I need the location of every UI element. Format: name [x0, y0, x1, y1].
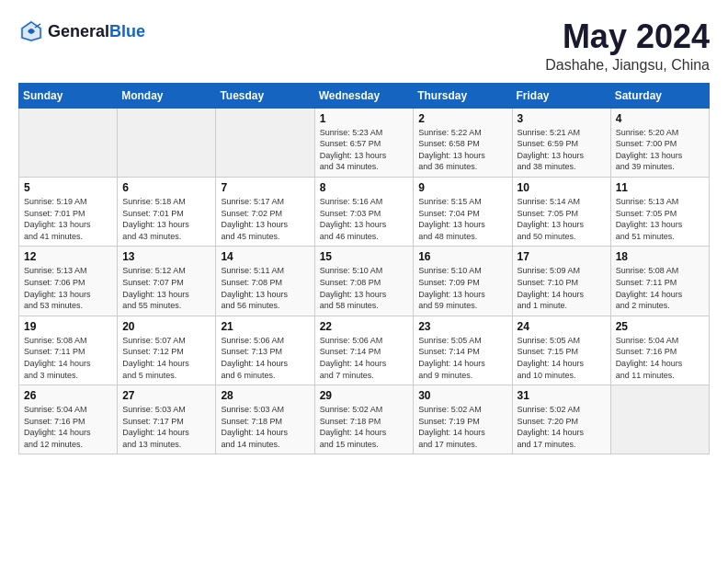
weekday-header-friday: Friday — [512, 83, 610, 108]
day-number: 25 — [616, 320, 704, 333]
calendar-cell: 25Sunrise: 5:04 AM Sunset: 7:16 PM Dayli… — [610, 316, 709, 385]
day-number: 28 — [221, 389, 309, 402]
logo: GeneralBlue — [18, 18, 145, 44]
weekday-header-wednesday: Wednesday — [314, 83, 414, 108]
calendar-week-2: 5Sunrise: 5:19 AM Sunset: 7:01 PM Daylig… — [19, 177, 710, 246]
calendar-cell: 1Sunrise: 5:23 AM Sunset: 6:57 PM Daylig… — [314, 108, 414, 177]
calendar-cell: 30Sunrise: 5:02 AM Sunset: 7:19 PM Dayli… — [414, 385, 512, 454]
calendar-cell: 10Sunrise: 5:14 AM Sunset: 7:05 PM Dayli… — [512, 177, 610, 246]
day-number: 10 — [518, 181, 606, 194]
day-info: Sunrise: 5:18 AM Sunset: 7:01 PM Dayligh… — [122, 196, 210, 242]
day-info: Sunrise: 5:05 AM Sunset: 7:14 PM Dayligh… — [418, 335, 506, 381]
weekday-header-saturday: Saturday — [610, 83, 709, 108]
weekday-header-sunday: Sunday — [19, 83, 118, 108]
calendar-cell: 17Sunrise: 5:09 AM Sunset: 7:10 PM Dayli… — [512, 247, 610, 316]
calendar-cell: 20Sunrise: 5:07 AM Sunset: 7:12 PM Dayli… — [118, 316, 216, 385]
day-info: Sunrise: 5:19 AM Sunset: 7:01 PM Dayligh… — [24, 196, 112, 242]
day-number: 4 — [616, 112, 704, 125]
calendar-cell: 2Sunrise: 5:22 AM Sunset: 6:58 PM Daylig… — [414, 108, 512, 177]
day-number: 12 — [24, 250, 112, 263]
day-info: Sunrise: 5:05 AM Sunset: 7:15 PM Dayligh… — [518, 335, 606, 381]
calendar-week-4: 19Sunrise: 5:08 AM Sunset: 7:11 PM Dayli… — [19, 316, 710, 385]
day-info: Sunrise: 5:21 AM Sunset: 6:59 PM Dayligh… — [518, 127, 606, 173]
day-number: 8 — [320, 181, 409, 194]
weekday-header-monday: Monday — [118, 83, 216, 108]
calendar-cell: 19Sunrise: 5:08 AM Sunset: 7:11 PM Dayli… — [19, 316, 118, 385]
calendar-cell: 15Sunrise: 5:10 AM Sunset: 7:08 PM Dayli… — [314, 247, 414, 316]
calendar-body: 1Sunrise: 5:23 AM Sunset: 6:57 PM Daylig… — [19, 108, 710, 454]
weekday-row: SundayMondayTuesdayWednesdayThursdayFrid… — [19, 83, 710, 108]
day-number: 24 — [518, 320, 606, 333]
calendar-table: SundayMondayTuesdayWednesdayThursdayFrid… — [18, 83, 710, 455]
day-info: Sunrise: 5:10 AM Sunset: 7:08 PM Dayligh… — [320, 265, 409, 311]
calendar-header: SundayMondayTuesdayWednesdayThursdayFrid… — [19, 83, 710, 108]
calendar-cell — [19, 108, 118, 177]
day-info: Sunrise: 5:17 AM Sunset: 7:02 PM Dayligh… — [221, 196, 309, 242]
day-info: Sunrise: 5:22 AM Sunset: 6:58 PM Dayligh… — [418, 127, 506, 173]
location-title: Dashahe, Jiangsu, China — [545, 57, 710, 74]
logo-text: GeneralBlue — [48, 22, 145, 41]
logo-general: General — [48, 22, 109, 40]
day-number: 19 — [24, 320, 112, 333]
day-number: 29 — [320, 389, 409, 402]
day-info: Sunrise: 5:13 AM Sunset: 7:06 PM Dayligh… — [24, 265, 112, 311]
day-number: 6 — [122, 181, 210, 194]
day-info: Sunrise: 5:08 AM Sunset: 7:11 PM Dayligh… — [616, 265, 704, 311]
day-number: 30 — [418, 389, 506, 402]
day-info: Sunrise: 5:14 AM Sunset: 7:05 PM Dayligh… — [518, 196, 606, 242]
day-number: 14 — [221, 250, 309, 263]
day-number: 23 — [418, 320, 506, 333]
calendar-cell: 8Sunrise: 5:16 AM Sunset: 7:03 PM Daylig… — [314, 177, 414, 246]
page-header: GeneralBlue May 2024 Dashahe, Jiangsu, C… — [18, 18, 710, 74]
day-number: 21 — [221, 320, 309, 333]
day-number: 3 — [518, 112, 606, 125]
day-info: Sunrise: 5:06 AM Sunset: 7:14 PM Dayligh… — [320, 335, 409, 381]
day-info: Sunrise: 5:07 AM Sunset: 7:12 PM Dayligh… — [122, 335, 210, 381]
day-number: 9 — [418, 181, 506, 194]
calendar-cell: 28Sunrise: 5:03 AM Sunset: 7:18 PM Dayli… — [216, 385, 314, 454]
day-info: Sunrise: 5:08 AM Sunset: 7:11 PM Dayligh… — [24, 335, 112, 381]
calendar-cell: 13Sunrise: 5:12 AM Sunset: 7:07 PM Dayli… — [118, 247, 216, 316]
calendar-cell: 4Sunrise: 5:20 AM Sunset: 7:00 PM Daylig… — [610, 108, 709, 177]
calendar-cell: 5Sunrise: 5:19 AM Sunset: 7:01 PM Daylig… — [19, 177, 118, 246]
day-number: 11 — [616, 181, 704, 194]
day-number: 7 — [221, 181, 309, 194]
day-info: Sunrise: 5:09 AM Sunset: 7:10 PM Dayligh… — [518, 265, 606, 311]
day-info: Sunrise: 5:12 AM Sunset: 7:07 PM Dayligh… — [122, 265, 210, 311]
day-info: Sunrise: 5:02 AM Sunset: 7:20 PM Dayligh… — [518, 404, 606, 450]
calendar-cell: 31Sunrise: 5:02 AM Sunset: 7:20 PM Dayli… — [512, 385, 610, 454]
title-block: May 2024 Dashahe, Jiangsu, China — [545, 18, 710, 74]
day-number: 2 — [418, 112, 506, 125]
calendar-cell: 29Sunrise: 5:02 AM Sunset: 7:18 PM Dayli… — [314, 385, 414, 454]
day-info: Sunrise: 5:06 AM Sunset: 7:13 PM Dayligh… — [221, 335, 309, 381]
calendar-cell: 22Sunrise: 5:06 AM Sunset: 7:14 PM Dayli… — [314, 316, 414, 385]
day-number: 22 — [320, 320, 409, 333]
logo-icon — [18, 18, 44, 44]
day-info: Sunrise: 5:23 AM Sunset: 6:57 PM Dayligh… — [320, 127, 409, 173]
calendar-cell: 21Sunrise: 5:06 AM Sunset: 7:13 PM Dayli… — [216, 316, 314, 385]
day-number: 17 — [518, 250, 606, 263]
calendar-cell: 16Sunrise: 5:10 AM Sunset: 7:09 PM Dayli… — [414, 247, 512, 316]
calendar-week-5: 26Sunrise: 5:04 AM Sunset: 7:16 PM Dayli… — [19, 385, 710, 454]
calendar-cell — [118, 108, 216, 177]
day-number: 26 — [24, 389, 112, 402]
calendar-cell: 11Sunrise: 5:13 AM Sunset: 7:05 PM Dayli… — [610, 177, 709, 246]
calendar-cell — [216, 108, 314, 177]
calendar-cell: 18Sunrise: 5:08 AM Sunset: 7:11 PM Dayli… — [610, 247, 709, 316]
day-number: 13 — [122, 250, 210, 263]
calendar-cell: 9Sunrise: 5:15 AM Sunset: 7:04 PM Daylig… — [414, 177, 512, 246]
calendar-cell: 12Sunrise: 5:13 AM Sunset: 7:06 PM Dayli… — [19, 247, 118, 316]
calendar-cell: 6Sunrise: 5:18 AM Sunset: 7:01 PM Daylig… — [118, 177, 216, 246]
weekday-header-thursday: Thursday — [414, 83, 512, 108]
day-info: Sunrise: 5:02 AM Sunset: 7:18 PM Dayligh… — [320, 404, 409, 450]
day-info: Sunrise: 5:03 AM Sunset: 7:18 PM Dayligh… — [221, 404, 309, 450]
day-info: Sunrise: 5:20 AM Sunset: 7:00 PM Dayligh… — [616, 127, 704, 173]
day-info: Sunrise: 5:03 AM Sunset: 7:17 PM Dayligh… — [122, 404, 210, 450]
calendar-cell: 3Sunrise: 5:21 AM Sunset: 6:59 PM Daylig… — [512, 108, 610, 177]
day-info: Sunrise: 5:02 AM Sunset: 7:19 PM Dayligh… — [418, 404, 506, 450]
day-number: 1 — [320, 112, 409, 125]
calendar-cell: 27Sunrise: 5:03 AM Sunset: 7:17 PM Dayli… — [118, 385, 216, 454]
day-info: Sunrise: 5:16 AM Sunset: 7:03 PM Dayligh… — [320, 196, 409, 242]
day-info: Sunrise: 5:15 AM Sunset: 7:04 PM Dayligh… — [418, 196, 506, 242]
calendar-cell: 23Sunrise: 5:05 AM Sunset: 7:14 PM Dayli… — [414, 316, 512, 385]
